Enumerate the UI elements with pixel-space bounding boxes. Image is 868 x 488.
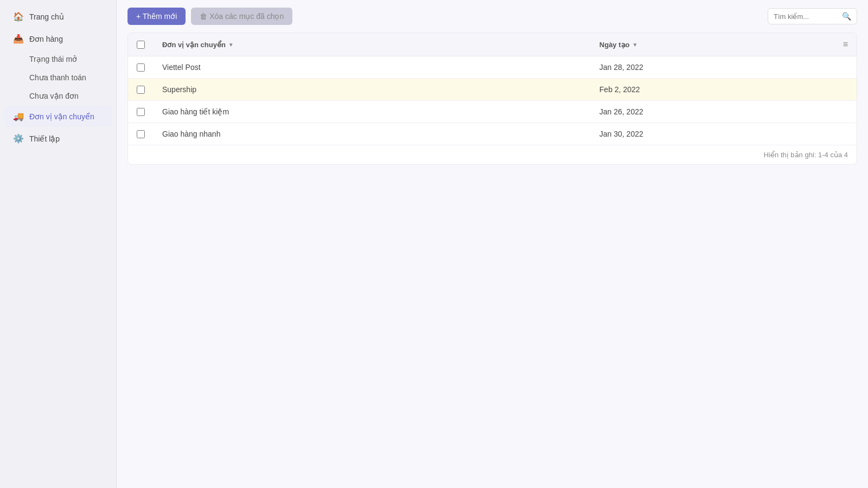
pagination: Hiển thị bản ghi: 1-4 của 4 xyxy=(128,145,857,164)
header-name-label: Đơn vị vận chuyển xyxy=(162,41,226,49)
row-name: Giao hàng nhanh xyxy=(154,123,591,145)
row-name: Giao hàng tiết kiệm xyxy=(154,101,591,123)
pagination-text: Hiển thị bản ghi: 1-4 của 4 xyxy=(764,151,848,159)
table-row: Giao hàng nhanh Jan 30, 2022 xyxy=(128,123,857,145)
row-checkbox-cell xyxy=(128,79,154,101)
row-actions xyxy=(834,56,857,79)
sidebar-item-trang-thai-mo[interactable]: Trạng thái mở xyxy=(4,50,112,68)
header-date-label: Ngày tạo xyxy=(599,41,630,49)
header-date-col[interactable]: Ngày tạo ▼ xyxy=(591,33,834,56)
sidebar-item-don-vi-van-chuyen[interactable]: 🚚 Đơn vị vận chuyển xyxy=(4,106,112,127)
sidebar-item-label: Đơn hàng xyxy=(29,35,63,43)
row-actions xyxy=(834,123,857,145)
row-actions xyxy=(834,79,857,101)
sidebar-item-label: Thiết lập xyxy=(29,134,60,143)
sidebar-sub-label: Trạng thái mở xyxy=(29,55,77,63)
row-actions xyxy=(834,101,857,123)
row-checkbox[interactable] xyxy=(137,108,145,116)
table-header-row: Đơn vị vận chuyển ▼ Ngày tạo ▼ ≡ xyxy=(128,33,857,56)
sidebar-item-label: Trang chủ xyxy=(29,12,64,21)
list-view-icon[interactable]: ≡ xyxy=(843,40,848,49)
row-checkbox[interactable] xyxy=(137,130,145,138)
row-date: Jan 28, 2022 xyxy=(591,56,834,79)
search-input[interactable] xyxy=(774,12,839,21)
sidebar-item-thiet-lap[interactable]: ⚙️ Thiết lập xyxy=(4,128,112,149)
select-all-checkbox[interactable] xyxy=(137,41,145,49)
table-row: Viettel Post Jan 28, 2022 xyxy=(128,56,857,79)
row-checkbox-cell xyxy=(128,123,154,145)
search-icon: 🔍 xyxy=(842,12,851,21)
row-checkbox[interactable] xyxy=(137,63,145,72)
shipping-icon: 🚚 xyxy=(13,111,24,121)
row-date: Jan 26, 2022 xyxy=(591,101,834,123)
row-name: Viettel Post xyxy=(154,56,591,79)
row-checkbox-cell xyxy=(128,56,154,79)
sort-date-icon: ▼ xyxy=(632,42,637,48)
row-date: Feb 2, 2022 xyxy=(591,79,834,101)
sidebar-item-don-hang[interactable]: 📥 Đơn hàng xyxy=(4,28,112,49)
row-checkbox-cell xyxy=(128,101,154,123)
sidebar-sub-label: Chưa thanh toán xyxy=(29,73,86,82)
toolbar: + Thêm mới 🗑 Xóa các mục đã chọn 🔍 xyxy=(117,0,868,33)
row-date: Jan 30, 2022 xyxy=(591,123,834,145)
header-name-col[interactable]: Đơn vị vận chuyển ▼ xyxy=(154,33,591,56)
table-row: Giao hàng tiết kiệm Jan 26, 2022 xyxy=(128,101,857,123)
add-button[interactable]: + Thêm mới xyxy=(127,8,186,25)
sidebar-item-trang-chu[interactable]: 🏠 Trang chủ xyxy=(4,6,112,27)
sidebar-item-label: Đơn vị vận chuyển xyxy=(29,112,94,121)
header-checkbox-col xyxy=(128,33,154,56)
row-name: Supership xyxy=(154,79,591,101)
sidebar-sub-label: Chưa vận đơn xyxy=(29,92,79,100)
header-actions-col: ≡ xyxy=(834,33,857,56)
home-icon: 🏠 xyxy=(13,11,24,22)
row-checkbox[interactable] xyxy=(137,86,145,94)
orders-icon: 📥 xyxy=(13,34,24,44)
table-row: Supership Feb 2, 2022 xyxy=(128,79,857,101)
main-content: + Thêm mới 🗑 Xóa các mục đã chọn 🔍 Đơn xyxy=(117,0,868,488)
sort-name-icon: ▼ xyxy=(228,42,234,48)
settings-icon: ⚙️ xyxy=(13,133,24,144)
sidebar-item-chua-thanh-toan[interactable]: Chưa thanh toán xyxy=(4,69,112,86)
shipping-table: Đơn vị vận chuyển ▼ Ngày tạo ▼ ≡ xyxy=(127,33,857,165)
sidebar: 🏠 Trang chủ 📥 Đơn hàng Trạng thái mở Chư… xyxy=(0,0,117,488)
delete-button[interactable]: 🗑 Xóa các mục đã chọn xyxy=(191,8,292,25)
search-box[interactable]: 🔍 xyxy=(768,8,857,24)
sidebar-item-chua-van-don[interactable]: Chưa vận đơn xyxy=(4,87,112,105)
